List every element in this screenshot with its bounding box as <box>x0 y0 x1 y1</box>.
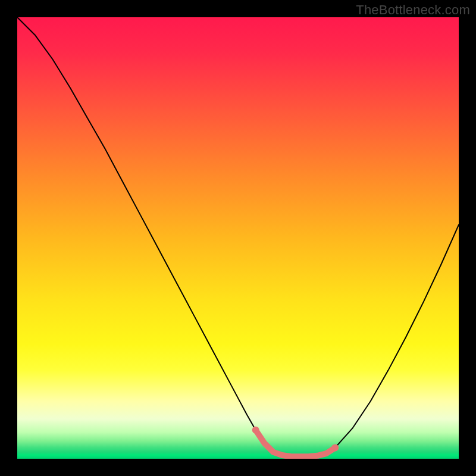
marker-optimal-zone-highlight <box>331 444 339 451</box>
curve-layer <box>17 17 459 459</box>
series-bottleneck-curve <box>17 17 459 456</box>
series-optimal-zone-highlight <box>256 430 336 457</box>
plot-area <box>17 17 459 459</box>
chart-frame: TheBottleneck.com <box>0 0 476 476</box>
marker-optimal-zone-highlight <box>252 427 259 434</box>
watermark-text: TheBottleneck.com <box>356 2 470 18</box>
